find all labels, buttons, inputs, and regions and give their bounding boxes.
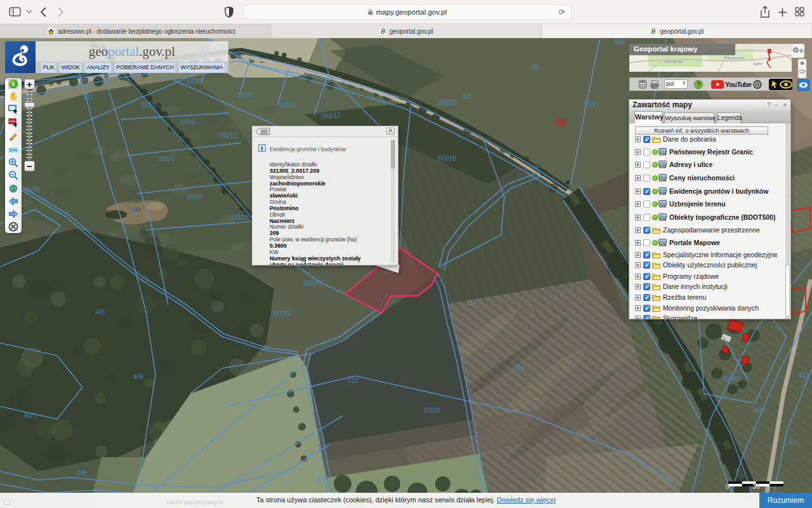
svg-text:XYH: XYH [9,148,18,152]
svg-text:WMS: WMS [660,205,665,208]
svg-text:WMS: WMS [660,218,665,221]
svg-text:WMS: WMS [660,166,665,168]
svg-text:WMS: WMS [660,192,665,195]
svg-text:Stare Bielsko: Stare Bielsko [664,60,683,64]
svg-text:WMS: WMS [660,179,665,182]
svg-text:?: ? [697,81,700,88]
svg-text:WMS: WMS [660,244,665,246]
svg-text:30: 30 [752,483,760,490]
svg-text:Łącko: Łącko [754,62,763,65]
svg-text:WMS: WMS [652,86,658,89]
svg-text:WMS: WMS [660,153,665,156]
svg-text:i: i [12,80,14,88]
svg-text:Pałkowiczowo: Pałkowiczowo [724,56,745,60]
svg-text:0: 0 [726,483,730,490]
